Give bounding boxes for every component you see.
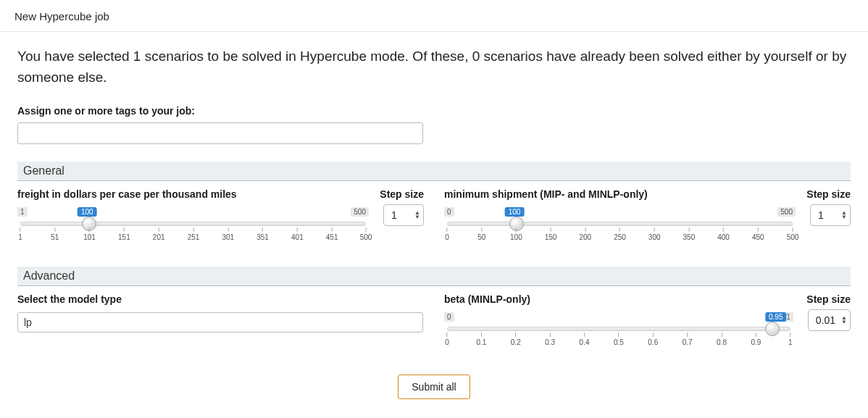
- tick: 150: [545, 227, 557, 241]
- param-minshipment: minimum shipment (MIP- and MINLP-only) S…: [444, 188, 851, 248]
- stepper-arrows-icon[interactable]: ▲▼: [841, 316, 847, 325]
- tick: 200: [579, 227, 591, 241]
- tick: 101: [83, 227, 96, 241]
- stepper-arrows-icon[interactable]: ▲▼: [841, 211, 847, 220]
- param-freight: freight in dollars per case per thousand…: [17, 188, 424, 248]
- tick: 1: [788, 333, 793, 346]
- stepper-arrows-icon[interactable]: ▲▼: [414, 211, 420, 220]
- tick: 0.3: [545, 333, 555, 346]
- freight-step-stepper[interactable]: 1 ▲▼: [383, 204, 424, 226]
- tick: 0: [445, 333, 449, 346]
- freight-value-badge: 100: [78, 207, 97, 217]
- modeltype-label: Select the model type: [17, 293, 122, 305]
- minshipment-value-badge: 100: [505, 207, 525, 217]
- beta-step-label: Step size: [806, 293, 851, 305]
- tick: 250: [614, 227, 626, 241]
- minshipment-step-stepper[interactable]: 1 ▲▼: [810, 204, 851, 226]
- tick: 0.2: [511, 333, 521, 346]
- modeltype-select[interactable]: lp: [17, 312, 423, 333]
- tick: 301: [222, 227, 234, 241]
- beta-ticks: 00.10.20.30.40.50.60.70.80.91: [447, 333, 790, 353]
- tick: 400: [717, 227, 730, 241]
- beta-value-badge: 0.95: [765, 312, 786, 322]
- freight-slider[interactable]: [20, 222, 366, 226]
- beta-min-badge: 0: [444, 312, 454, 322]
- tick: 151: [118, 227, 130, 241]
- tick: 350: [683, 227, 696, 241]
- freight-min-badge: 1: [17, 207, 28, 217]
- tick: 0.1: [476, 333, 486, 346]
- tick: 0.6: [648, 333, 658, 346]
- tick: 51: [51, 227, 59, 241]
- tick: 401: [291, 227, 304, 241]
- minshipment-label: minimum shipment (MIP- and MINLP-only): [444, 188, 648, 200]
- freight-max-badge: 500: [351, 207, 369, 217]
- freight-step-label: Step size: [380, 188, 424, 200]
- minshipment-ticks: 050100150200250300350400450500: [447, 227, 793, 248]
- tags-label: Assign one or more tags to your job:: [17, 105, 851, 117]
- beta-label: beta (MINLP-only): [444, 293, 530, 305]
- tick: 0: [445, 227, 449, 241]
- minshipment-min-badge: 0: [444, 207, 454, 217]
- param-modeltype: Select the model type lp: [17, 293, 424, 353]
- tick: 0.4: [580, 333, 590, 346]
- tick: 50: [477, 227, 485, 241]
- tick: 0.9: [751, 333, 761, 346]
- minshipment-step-value: 1: [818, 209, 824, 221]
- param-beta: beta (MINLP-only) Step size 0 0.95 1 00.…: [444, 293, 851, 353]
- intro-text: You have selected 1 scenarios to be solv…: [17, 46, 851, 88]
- tick: 500: [360, 227, 372, 241]
- tick: 251: [188, 227, 200, 241]
- beta-step-value: 0.01: [816, 314, 835, 326]
- freight-label: freight in dollars per case per thousand…: [17, 188, 237, 200]
- tick: 1: [18, 227, 22, 241]
- tick: 351: [256, 227, 269, 241]
- tick: 0.7: [683, 333, 693, 346]
- tick: 300: [648, 227, 661, 241]
- freight-ticks: 151101151201251301351401451500: [20, 227, 366, 248]
- freight-step-value: 1: [391, 209, 397, 221]
- tick: 450: [752, 227, 764, 241]
- minshipment-step-label: Step size: [806, 188, 851, 200]
- tick: 100: [510, 227, 522, 241]
- tick: 0.8: [717, 333, 727, 346]
- minshipment-slider[interactable]: [447, 222, 793, 226]
- section-header-general: General: [17, 162, 851, 181]
- tags-input[interactable]: [17, 122, 423, 144]
- tick: 451: [326, 227, 338, 241]
- minshipment-max-badge: 500: [777, 207, 796, 217]
- tick: 0.5: [614, 333, 624, 346]
- page-title: New Hypercube job: [0, 0, 868, 32]
- tick: 500: [787, 227, 799, 241]
- beta-slider[interactable]: [447, 327, 790, 331]
- section-header-advanced: Advanced: [17, 267, 851, 286]
- submit-all-button[interactable]: Submit all: [398, 375, 470, 399]
- tick: 201: [153, 227, 165, 241]
- beta-step-stepper[interactable]: 0.01 ▲▼: [808, 309, 851, 331]
